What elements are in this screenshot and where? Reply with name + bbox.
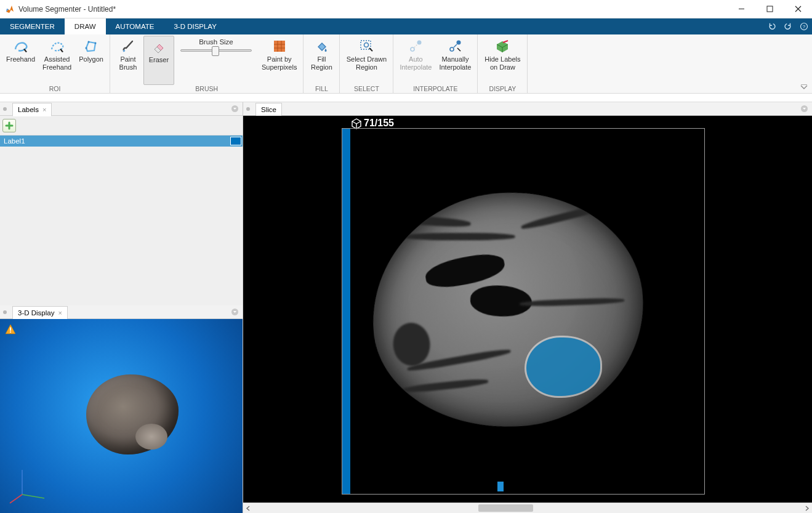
slice-counter-text: 71/155 xyxy=(364,118,394,129)
select-label-2: Region xyxy=(356,63,377,71)
svg-point-13 xyxy=(3,107,7,111)
slice-tab[interactable]: Slice xyxy=(255,103,282,116)
manually-interpolate-button[interactable]: Manually Interpolate xyxy=(435,36,475,85)
manual-interp-label-1: Manually xyxy=(441,55,468,63)
volume-render xyxy=(86,374,179,454)
tab-draw[interactable]: DRAW xyxy=(65,18,106,34)
eraser-icon xyxy=(151,39,167,55)
labels-tab-label: Labels xyxy=(18,106,39,113)
select-label-1: Select Drawn xyxy=(347,55,387,63)
labels-tab-close-icon[interactable]: × xyxy=(42,106,46,113)
svg-point-5 xyxy=(95,42,97,44)
assisted-freehand-button[interactable]: Assisted Freehand xyxy=(39,36,75,85)
dock-handle-icon[interactable] xyxy=(246,107,251,111)
scroll-left-button[interactable] xyxy=(243,503,254,514)
help-button[interactable]: ? xyxy=(796,18,812,34)
select-drawn-region-button[interactable]: Select Drawn Region xyxy=(342,36,390,85)
scrollbar-track[interactable] xyxy=(254,503,802,513)
tab-3d-display[interactable]: 3-D DISPLAY xyxy=(164,18,226,34)
group-label-select: SELECT xyxy=(340,85,393,94)
slice-viewport[interactable]: 71/155 xyxy=(243,116,812,503)
ribbon-group-display: Hide Labels on Draw DISPLAY xyxy=(478,34,528,93)
slice-panel-menu-icon[interactable] xyxy=(800,105,808,113)
select-region-icon xyxy=(358,38,374,54)
fill-label-2: Region xyxy=(311,63,332,71)
dock-strip xyxy=(0,94,812,102)
3d-display-tab-label: 3-D Display xyxy=(18,309,54,317)
fill-region-button[interactable]: Fill Region xyxy=(306,36,337,85)
fill-label-1: Fill xyxy=(317,55,326,63)
dock-handle-icon[interactable] xyxy=(2,107,7,111)
svg-point-8 xyxy=(364,43,369,47)
hide-labels-label-2: on Draw xyxy=(490,63,515,71)
ribbon: Freehand Assisted Freehand Polygon ROI P… xyxy=(0,34,812,94)
freehand-button[interactable]: Freehand xyxy=(2,36,39,85)
ribbon-group-brush: Paint Brush Eraser Brush Size Paint by S… xyxy=(110,34,303,93)
brush-size-track[interactable] xyxy=(180,49,252,52)
freehand-label: Freehand xyxy=(6,55,35,63)
scrollbar-thumb[interactable] xyxy=(478,504,533,512)
polygon-button[interactable]: Polygon xyxy=(75,36,107,85)
scroll-right-button[interactable] xyxy=(802,503,812,514)
paint-sp-label-2: Superpixels xyxy=(262,63,297,71)
group-label-brush: BRUSH xyxy=(110,85,303,94)
labels-tab[interactable]: Labels × xyxy=(12,103,52,116)
svg-line-21 xyxy=(10,495,22,503)
slice-panel-header: Slice xyxy=(243,102,812,116)
brush-size-label: Brush Size xyxy=(199,38,233,46)
slice-slider-handle[interactable] xyxy=(497,482,504,491)
svg-line-20 xyxy=(22,495,44,498)
fill-icon xyxy=(313,38,329,54)
labels-panel-menu-icon[interactable] xyxy=(231,105,239,113)
plus-icon xyxy=(5,121,14,130)
3d-display-tab-close-icon[interactable]: × xyxy=(58,309,62,317)
svg-rect-7 xyxy=(361,41,371,49)
3d-display-tab[interactable]: 3-D Display × xyxy=(12,306,68,320)
3d-display-panel: 3-D Display × xyxy=(0,305,243,513)
manual-interp-label-2: Interpolate xyxy=(439,63,471,71)
3d-viewport[interactable] xyxy=(0,319,243,513)
auto-interp-label-2: Interpolate xyxy=(400,63,432,71)
svg-point-9 xyxy=(411,47,414,51)
svg-point-3 xyxy=(86,47,87,49)
ribbon-group-roi: Freehand Assisted Freehand Polygon ROI xyxy=(0,34,110,93)
add-label-button[interactable] xyxy=(2,119,16,132)
hide-labels-button[interactable]: Hide Labels on Draw xyxy=(480,36,525,85)
tab-automate[interactable]: AUTOMATE xyxy=(106,18,164,34)
labels-panel-header: Labels × xyxy=(0,102,243,116)
svg-point-22 xyxy=(246,107,250,111)
segmentation-overlay xyxy=(526,337,600,396)
paint-brush-button[interactable]: Paint Brush xyxy=(113,36,143,85)
svg-rect-18 xyxy=(10,331,11,333)
brush-size-thumb[interactable] xyxy=(212,46,219,56)
undo-button[interactable] xyxy=(764,18,780,34)
group-label-display: DISPLAY xyxy=(478,85,527,94)
horizontal-scrollbar[interactable] xyxy=(243,503,812,513)
maximize-button[interactable] xyxy=(755,0,784,18)
ribbon-collapse-icon[interactable] xyxy=(800,84,808,91)
assisted-freehand-icon xyxy=(49,38,65,54)
labels-panel: Labels × Label1 xyxy=(0,102,243,305)
hide-labels-icon xyxy=(494,38,510,54)
paint-superpixels-button[interactable]: Paint by Superpixels xyxy=(258,36,300,85)
tab-segmenter[interactable]: SEGMENTER xyxy=(0,18,65,34)
svg-text:?: ? xyxy=(803,24,806,30)
eraser-button[interactable]: Eraser xyxy=(143,36,174,85)
minimize-button[interactable] xyxy=(727,0,755,18)
slice-counter: 71/155 xyxy=(344,117,394,129)
3d-display-panel-header: 3-D Display × xyxy=(0,305,243,319)
close-button[interactable] xyxy=(784,0,812,18)
redo-button[interactable] xyxy=(780,18,796,34)
window-title: Volume Segmenter - Untitled* xyxy=(18,5,727,14)
svg-rect-0 xyxy=(767,6,773,12)
brush-size-slider[interactable]: Brush Size xyxy=(174,36,258,52)
label-color-swatch[interactable] xyxy=(230,137,241,145)
warning-icon[interactable] xyxy=(5,324,16,335)
label-row[interactable]: Label1 xyxy=(0,135,243,147)
auto-interp-label-1: Auto xyxy=(409,55,423,63)
3d-display-panel-menu-icon[interactable] xyxy=(231,308,239,316)
labels-toolbar xyxy=(0,116,243,135)
hide-labels-label-1: Hide Labels xyxy=(484,55,520,63)
eraser-label: Eraser xyxy=(149,56,169,64)
dock-handle-icon[interactable] xyxy=(2,310,7,315)
